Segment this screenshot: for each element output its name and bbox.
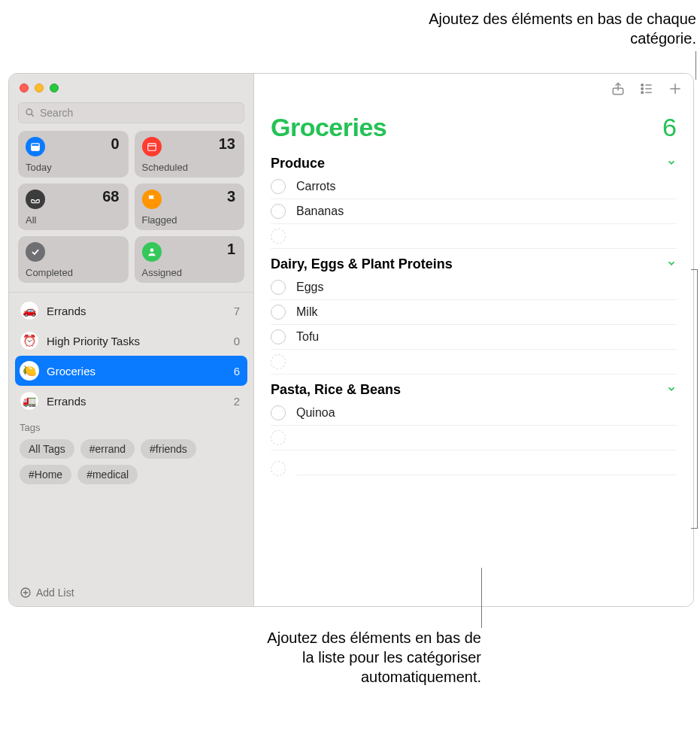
section-pasta: Pasta, Rice & Beans Quinoa [254, 375, 693, 450]
list-item-groceries[interactable]: 🍋 Groceries 6 [15, 356, 247, 386]
add-list-label: Add List [36, 587, 74, 599]
smart-list-completed[interactable]: Completed [18, 236, 129, 283]
callout-text: Ajoutez des éléments en bas de la liste … [267, 629, 481, 685]
section-dairy: Dairy, Eggs & Plant Proteins Eggs Milk T… [254, 249, 693, 375]
list-item-high-priority[interactable]: ⏰ High Priority Tasks 0 [9, 326, 253, 356]
svg-point-12 [641, 84, 644, 86]
complete-toggle[interactable] [271, 179, 286, 194]
list-item-errands-2[interactable]: 🚛 Errands 2 [9, 386, 253, 416]
svg-line-1 [32, 114, 34, 117]
placeholder-input[interactable] [296, 355, 677, 369]
smart-list-scheduled[interactable]: 13 Scheduled [135, 131, 245, 177]
placeholder-circle-icon [271, 430, 286, 445]
section-header[interactable]: Pasta, Rice & Beans [271, 375, 677, 401]
svg-point-14 [641, 92, 644, 94]
section-title: Produce [271, 156, 325, 171]
tags-section: Tags All Tags #errand #friends #Home #me… [9, 416, 253, 484]
add-item-in-section[interactable] [271, 426, 677, 450]
list-icon: 🚛 [20, 391, 39, 411]
list-icon: ⏰ [20, 331, 39, 350]
smart-list-all[interactable]: 68 All [18, 184, 129, 230]
placeholder-input[interactable] [296, 462, 677, 475]
smart-list-flagged[interactable]: 3 Flagged [135, 184, 245, 230]
complete-toggle[interactable] [271, 329, 286, 344]
tag-home[interactable]: #Home [20, 465, 71, 484]
callout-add-in-category: Ajoutez des éléments en bas de chaque ca… [426, 9, 696, 48]
smart-count: 68 [102, 188, 119, 205]
smart-count: 3 [227, 188, 235, 205]
callout-connector [481, 568, 482, 628]
view-options-button[interactable] [639, 81, 654, 96]
tag-medical[interactable]: #medical [77, 465, 138, 484]
reminder-item[interactable]: Eggs [271, 275, 677, 300]
close-window-button[interactable] [20, 83, 29, 93]
reminder-item[interactable]: Bananas [271, 199, 677, 224]
smart-label: Scheduled [142, 162, 188, 173]
list-item-errands[interactable]: 🚗 Errands 7 [9, 296, 253, 326]
list-name: High Priority Tasks [47, 335, 140, 347]
section-header[interactable]: Produce [271, 148, 677, 174]
smart-lists-grid: 0 Today 13 Scheduled 68 All [9, 131, 253, 283]
placeholder-input[interactable] [296, 431, 677, 444]
complete-toggle[interactable] [271, 204, 286, 219]
smart-label: Today [26, 162, 52, 173]
smart-count: 0 [111, 135, 119, 153]
svg-rect-5 [147, 144, 156, 150]
chevron-down-icon [666, 156, 677, 171]
smart-list-assigned[interactable]: 1 Assigned [135, 236, 245, 283]
reminders-window: Search 0 Today 13 Scheduled [8, 73, 694, 607]
toolbar [254, 74, 693, 104]
fullscreen-window-button[interactable] [50, 83, 59, 93]
tag-errand[interactable]: #errand [80, 439, 135, 459]
complete-toggle[interactable] [271, 280, 286, 295]
my-lists: 🚗 Errands 7 ⏰ High Priority Tasks 0 🍋 Gr… [9, 292, 253, 579]
checkmark-icon [26, 242, 45, 262]
svg-point-7 [150, 248, 153, 252]
smart-count: 13 [219, 135, 235, 153]
svg-point-13 [641, 88, 644, 90]
list-icon: 🚗 [20, 301, 39, 320]
calendar-today-icon [26, 137, 45, 156]
plus-icon [668, 81, 683, 96]
list-count: 2 [234, 395, 240, 408]
list-count: 0 [234, 335, 240, 347]
placeholder-circle-icon [271, 461, 286, 476]
section-produce: Produce Carrots Bananas [254, 148, 693, 249]
chevron-down-icon [666, 256, 677, 272]
calendar-icon [142, 137, 162, 156]
list-header: Groceries 6 [254, 104, 693, 148]
tag-friends[interactable]: #friends [141, 439, 196, 459]
main-panel: Groceries 6 Produce Carrots Bananas [254, 74, 693, 606]
reminder-item[interactable]: Milk [271, 300, 677, 325]
complete-toggle[interactable] [271, 305, 286, 320]
share-button[interactable] [611, 81, 626, 96]
tray-icon [26, 190, 45, 209]
add-item-in-section[interactable] [271, 224, 677, 249]
smart-list-today[interactable]: 0 Today [18, 131, 129, 177]
minimize-window-button[interactable] [35, 83, 44, 93]
callout-bracket [692, 269, 698, 529]
callout-add-at-bottom: Ajoutez des éléments en bas de la liste … [256, 628, 481, 687]
share-icon [611, 81, 626, 96]
reminder-title: Quinoa [296, 406, 677, 420]
complete-toggle[interactable] [271, 405, 286, 420]
callout-connector [695, 51, 696, 80]
search-input[interactable]: Search [18, 102, 244, 123]
list-name: Errands [47, 395, 86, 408]
reminder-item[interactable]: Quinoa [271, 401, 677, 426]
reminder-item[interactable]: Carrots [271, 174, 677, 199]
placeholder-input[interactable] [296, 229, 677, 243]
add-item-in-section[interactable] [271, 350, 677, 375]
add-list-button[interactable]: Add List [9, 579, 253, 606]
list-title: Groceries [271, 113, 386, 142]
smart-label: Flagged [142, 214, 177, 226]
search-icon [25, 108, 35, 118]
new-reminder-button[interactable] [668, 81, 683, 96]
reminder-item[interactable]: Tofu [271, 325, 677, 350]
section-header[interactable]: Dairy, Eggs & Plant Proteins [271, 249, 677, 275]
tag-all[interactable]: All Tags [20, 439, 74, 459]
smart-label: Completed [26, 267, 73, 278]
add-item-bottom[interactable] [254, 450, 693, 487]
tags-list: All Tags #errand #friends #Home #medical [20, 439, 243, 484]
tags-heading: Tags [20, 422, 243, 433]
